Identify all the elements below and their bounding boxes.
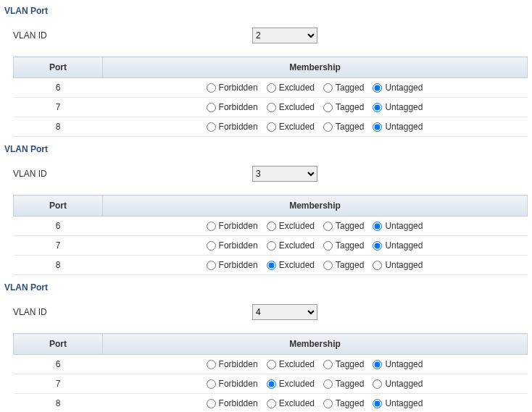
- membership-option-forbidden[interactable]: Forbidden: [207, 359, 258, 369]
- membership-radio-excluded[interactable]: [267, 399, 276, 408]
- membership-option-forbidden[interactable]: Forbidden: [207, 221, 258, 231]
- membership-option-untagged[interactable]: Untagged: [373, 359, 423, 369]
- membership-radio-untagged[interactable]: [373, 103, 382, 112]
- membership-option-label: Untagged: [385, 122, 423, 132]
- membership-option-forbidden[interactable]: Forbidden: [207, 83, 258, 93]
- membership-radio-untagged[interactable]: [373, 399, 382, 408]
- membership-option-tagged[interactable]: Tagged: [323, 398, 364, 408]
- membership-option-untagged[interactable]: Untagged: [373, 221, 423, 231]
- membership-radio-untagged[interactable]: [373, 122, 382, 132]
- membership-option-forbidden[interactable]: Forbidden: [207, 398, 258, 408]
- membership-radio-tagged[interactable]: [323, 83, 333, 93]
- membership-radio-excluded[interactable]: [267, 122, 276, 132]
- membership-option-label: Untagged: [385, 240, 423, 251]
- membership-radio-untagged[interactable]: [373, 222, 382, 231]
- membership-option-tagged[interactable]: Tagged: [323, 240, 364, 251]
- membership-radio-tagged[interactable]: [323, 261, 333, 270]
- membership-option-forbidden[interactable]: Forbidden: [207, 260, 258, 270]
- membership-option-tagged[interactable]: Tagged: [323, 260, 364, 270]
- membership-radio-forbidden[interactable]: [207, 261, 216, 270]
- membership-option-excluded[interactable]: Excluded: [267, 102, 315, 112]
- membership-option-untagged[interactable]: Untagged: [373, 102, 423, 112]
- membership-option-excluded[interactable]: Excluded: [267, 379, 315, 389]
- membership-option-tagged[interactable]: Tagged: [323, 379, 364, 389]
- membership-radio-tagged[interactable]: [323, 122, 333, 132]
- membership-radio-untagged[interactable]: [373, 261, 382, 270]
- membership-option-untagged[interactable]: Untagged: [373, 379, 423, 389]
- vlan-id-select[interactable]: 4: [252, 304, 317, 320]
- membership-option-label: Untagged: [385, 221, 423, 231]
- membership-option-label: Excluded: [279, 221, 315, 231]
- membership-option-label: Forbidden: [219, 221, 258, 231]
- membership-radio-group: ForbiddenExcludedTaggedUntagged: [109, 260, 527, 270]
- membership-option-label: Tagged: [336, 83, 364, 93]
- vlan-id-select[interactable]: 3: [252, 166, 317, 182]
- membership-option-untagged[interactable]: Untagged: [373, 240, 423, 251]
- membership-radio-forbidden[interactable]: [207, 379, 216, 389]
- membership-option-tagged[interactable]: Tagged: [323, 122, 364, 132]
- membership-radio-excluded[interactable]: [267, 83, 276, 93]
- membership-option-excluded[interactable]: Excluded: [267, 260, 315, 270]
- membership-radio-forbidden[interactable]: [207, 399, 216, 408]
- membership-radio-excluded[interactable]: [267, 103, 276, 112]
- membership-option-forbidden[interactable]: Forbidden: [207, 379, 258, 389]
- membership-option-label: Excluded: [279, 122, 315, 132]
- membership-radio-forbidden[interactable]: [207, 222, 216, 231]
- membership-radio-forbidden[interactable]: [207, 241, 216, 251]
- membership-radio-forbidden[interactable]: [207, 103, 216, 112]
- membership-option-forbidden[interactable]: Forbidden: [207, 240, 258, 251]
- table-row: 8ForbiddenExcludedTaggedUntagged: [14, 394, 528, 413]
- membership-radio-untagged[interactable]: [373, 360, 382, 369]
- membership-radio-untagged[interactable]: [373, 379, 382, 389]
- membership-radio-group: ForbiddenExcludedTaggedUntagged: [109, 83, 527, 93]
- membership-option-tagged[interactable]: Tagged: [323, 83, 364, 93]
- membership-radio-excluded[interactable]: [267, 261, 276, 270]
- membership-option-label: Untagged: [385, 379, 423, 389]
- vlan-id-select[interactable]: 2: [252, 28, 317, 43]
- membership-radio-untagged[interactable]: [373, 83, 382, 93]
- membership-radio-tagged[interactable]: [323, 379, 333, 389]
- membership-radio-group: ForbiddenExcludedTaggedUntagged: [109, 398, 527, 408]
- membership-option-label: Tagged: [336, 260, 364, 270]
- membership-option-label: Untagged: [385, 359, 423, 369]
- membership-radio-excluded[interactable]: [267, 241, 276, 251]
- membership-option-excluded[interactable]: Excluded: [267, 221, 315, 231]
- membership-option-label: Untagged: [385, 398, 423, 408]
- membership-option-untagged[interactable]: Untagged: [373, 122, 423, 132]
- table-row: 7ForbiddenExcludedTaggedUntagged: [14, 374, 528, 394]
- membership-radio-tagged[interactable]: [323, 360, 333, 369]
- membership-option-untagged[interactable]: Untagged: [373, 398, 423, 408]
- membership-radio-excluded[interactable]: [267, 222, 276, 231]
- membership-option-tagged[interactable]: Tagged: [323, 221, 364, 231]
- membership-option-tagged[interactable]: Tagged: [323, 102, 364, 112]
- vlan-port-table: PortMembership6ForbiddenExcludedTaggedUn…: [13, 56, 528, 137]
- membership-radio-excluded[interactable]: [267, 360, 276, 369]
- membership-radio-tagged[interactable]: [323, 103, 333, 112]
- membership-option-excluded[interactable]: Excluded: [267, 83, 315, 93]
- membership-radio-tagged[interactable]: [323, 399, 333, 408]
- membership-option-untagged[interactable]: Untagged: [373, 83, 423, 93]
- table-row: 6ForbiddenExcludedTaggedUntagged: [14, 78, 528, 98]
- membership-option-label: Tagged: [336, 398, 364, 408]
- membership-radio-forbidden[interactable]: [207, 122, 216, 132]
- membership-option-untagged[interactable]: Untagged: [373, 260, 423, 270]
- membership-radio-excluded[interactable]: [267, 379, 276, 389]
- vlan-id-label: VLAN ID: [13, 169, 252, 179]
- membership-option-forbidden[interactable]: Forbidden: [207, 102, 258, 112]
- membership-radio-tagged[interactable]: [323, 241, 333, 251]
- membership-option-label: Untagged: [385, 102, 423, 112]
- vlan-port-table: PortMembership6ForbiddenExcludedTaggedUn…: [13, 333, 528, 412]
- membership-radio-group: ForbiddenExcludedTaggedUntagged: [109, 102, 527, 112]
- membership-option-excluded[interactable]: Excluded: [267, 240, 315, 251]
- membership-radio-forbidden[interactable]: [207, 83, 216, 93]
- membership-radio-group: ForbiddenExcludedTaggedUntagged: [109, 379, 527, 389]
- membership-radio-tagged[interactable]: [323, 222, 333, 231]
- membership-option-forbidden[interactable]: Forbidden: [207, 122, 258, 132]
- membership-option-excluded[interactable]: Excluded: [267, 359, 315, 369]
- membership-option-excluded[interactable]: Excluded: [267, 122, 315, 132]
- membership-option-excluded[interactable]: Excluded: [267, 398, 315, 408]
- membership-option-tagged[interactable]: Tagged: [323, 359, 364, 369]
- table-row: 8ForbiddenExcludedTaggedUntagged: [14, 117, 528, 137]
- membership-radio-forbidden[interactable]: [207, 360, 216, 369]
- membership-radio-untagged[interactable]: [373, 241, 382, 251]
